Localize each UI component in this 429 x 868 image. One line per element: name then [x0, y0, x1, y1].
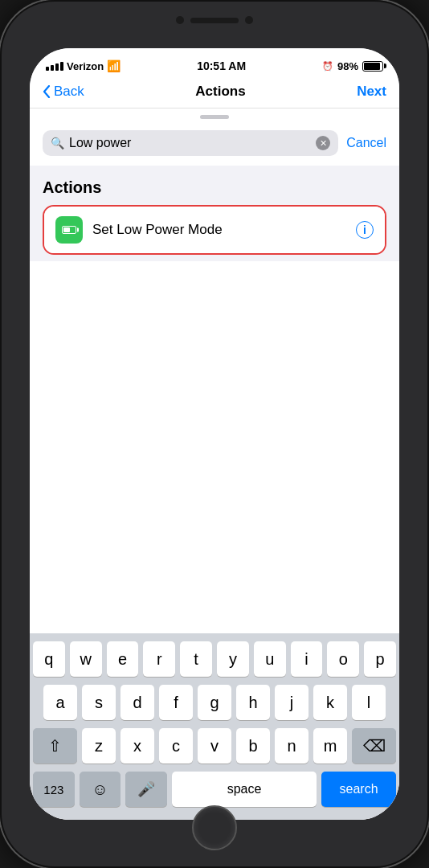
key-v[interactable]: v [198, 728, 231, 764]
empty-content-space [30, 261, 399, 633]
key-r[interactable]: r [143, 641, 175, 677]
key-c[interactable]: c [159, 728, 193, 764]
info-button[interactable]: i [356, 221, 374, 239]
action-icon-battery [55, 216, 83, 244]
screen: Verizon 📶 10:51 AM ⏰ 98% Back [30, 48, 399, 820]
back-button[interactable]: Back [43, 84, 84, 100]
battery-indicator [362, 61, 383, 72]
key-k[interactable]: k [313, 685, 347, 720]
key-w[interactable]: w [70, 641, 102, 677]
battery-fill [364, 63, 380, 70]
keyboard-row-2: a s d f g h j k l [33, 685, 396, 720]
back-label: Back [54, 84, 84, 100]
key-h[interactable]: h [236, 685, 270, 720]
signal-bars [46, 62, 63, 71]
next-button[interactable]: Next [357, 84, 386, 100]
status-time: 10:51 AM [197, 59, 246, 72]
camera-dot [176, 16, 184, 24]
home-button[interactable] [192, 805, 237, 850]
info-symbol: i [363, 223, 366, 236]
nav-title: Actions [195, 84, 245, 100]
keyboard-row-3: ⇧ z x c v b n m ⌫ [33, 728, 396, 764]
key-emoji[interactable]: ☺ [80, 772, 121, 807]
camera-notch [176, 16, 253, 24]
phone-frame: Verizon 📶 10:51 AM ⏰ 98% Back [0, 0, 429, 868]
key-t[interactable]: t [180, 641, 212, 677]
key-search[interactable]: search [321, 772, 396, 807]
key-f[interactable]: f [159, 685, 193, 720]
carrier-label: Verizon [67, 60, 104, 72]
key-mic[interactable]: 🎤 [125, 772, 167, 807]
search-icon: 🔍 [51, 137, 64, 149]
battery-small-icon [62, 226, 76, 234]
sheet-handle [30, 108, 399, 124]
chevron-left-icon [43, 85, 51, 98]
key-o[interactable]: o [327, 641, 359, 677]
navigation-bar: Back Actions Next [30, 77, 399, 108]
alarm-icon: ⏰ [322, 61, 333, 72]
sheet-handle-bar [200, 115, 229, 119]
key-n[interactable]: n [275, 728, 308, 764]
key-a[interactable]: a [43, 685, 77, 720]
key-s[interactable]: s [82, 685, 116, 720]
key-z[interactable]: z [82, 728, 116, 764]
action-item-highlighted: Set Low Power Mode i [43, 205, 386, 255]
search-container: 🔍 Low power ✕ Cancel [30, 124, 399, 166]
action-label: Set Low Power Mode [92, 222, 346, 238]
status-bar: Verizon 📶 10:51 AM ⏰ 98% [30, 48, 399, 77]
battery-percent: 98% [337, 60, 358, 72]
actions-section: Actions Set Low Power Mode i [30, 166, 399, 261]
front-camera [245, 16, 253, 24]
keyboard: q w e r t y u i o p a s d f g [30, 633, 399, 820]
key-y[interactable]: y [217, 641, 249, 677]
search-field[interactable]: 🔍 Low power ✕ [43, 130, 338, 156]
key-d[interactable]: d [121, 685, 154, 720]
cancel-button[interactable]: Cancel [346, 136, 386, 150]
wifi-icon: 📶 [107, 59, 121, 72]
key-delete[interactable]: ⌫ [352, 728, 396, 764]
key-m[interactable]: m [313, 728, 347, 764]
key-space[interactable]: space [172, 772, 317, 807]
content-area: 🔍 Low power ✕ Cancel Actions [30, 108, 399, 820]
actions-heading: Actions [43, 178, 386, 197]
key-l[interactable]: l [352, 685, 386, 720]
key-space-label: space [227, 782, 262, 796]
key-x[interactable]: x [121, 728, 154, 764]
keyboard-row-1: q w e r t y u i o p [33, 641, 396, 677]
key-p[interactable]: p [364, 641, 396, 677]
speaker-bar [190, 18, 239, 23]
key-numbers-label: 123 [43, 783, 63, 796]
key-i[interactable]: i [291, 641, 323, 677]
key-numbers[interactable]: 123 [33, 772, 75, 807]
status-left: Verizon 📶 [46, 59, 121, 72]
key-g[interactable]: g [198, 685, 231, 720]
key-b[interactable]: b [236, 728, 270, 764]
key-search-label: search [340, 782, 378, 796]
keyboard-row-4: 123 ☺ 🎤 space search [33, 772, 396, 807]
set-low-power-mode-item[interactable]: Set Low Power Mode i [44, 207, 385, 253]
battery-icon-fill [63, 227, 70, 232]
key-q[interactable]: q [33, 641, 65, 677]
search-clear-button[interactable]: ✕ [316, 136, 330, 150]
battery-body [362, 61, 383, 72]
status-right: ⏰ 98% [322, 60, 383, 72]
search-input[interactable]: Low power [69, 136, 311, 150]
key-j[interactable]: j [275, 685, 308, 720]
key-shift[interactable]: ⇧ [33, 728, 77, 764]
key-u[interactable]: u [254, 641, 286, 677]
key-e[interactable]: e [107, 641, 139, 677]
